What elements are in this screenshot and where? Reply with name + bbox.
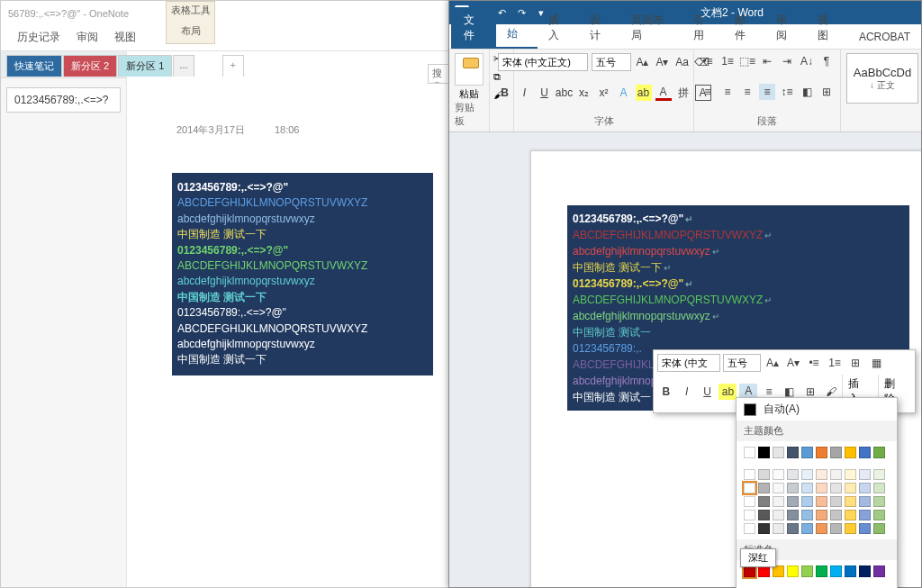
- color-swatch[interactable]: [816, 496, 827, 507]
- color-swatch[interactable]: [816, 447, 827, 458]
- color-swatch[interactable]: [773, 523, 784, 534]
- color-swatch[interactable]: [830, 523, 842, 534]
- color-swatch[interactable]: [816, 565, 827, 577]
- color-swatch[interactable]: [773, 510, 784, 520]
- italic-icon[interactable]: I: [517, 85, 533, 101]
- tab-layout[interactable]: 页面布局: [620, 7, 682, 49]
- section-tab-1[interactable]: 新分区 1: [118, 55, 172, 77]
- mini-shrink-icon[interactable]: A▾: [784, 355, 802, 371]
- onenote-content-block[interactable]: 0123456789:,.<=>?@" ABCDEFGHIJKLMNOPQRST…: [172, 173, 433, 375]
- tab-view[interactable]: 视图: [114, 30, 136, 45]
- tab-acrobat[interactable]: ACROBAT: [848, 25, 921, 49]
- color-swatch[interactable]: [873, 483, 885, 493]
- mini-table2-icon[interactable]: ▦: [867, 355, 885, 371]
- underline-icon[interactable]: U: [537, 85, 553, 101]
- color-swatch[interactable]: [744, 523, 755, 534]
- section-tab-add[interactable]: +: [222, 55, 244, 77]
- paste-label[interactable]: 粘贴: [459, 87, 479, 101]
- color-swatch[interactable]: [873, 469, 885, 480]
- mini-bullets-icon[interactable]: •≡: [805, 355, 823, 371]
- indent-dec-icon[interactable]: ⇤: [759, 53, 775, 69]
- grow-font-icon[interactable]: A▴: [635, 54, 651, 70]
- color-swatch[interactable]: [758, 469, 770, 480]
- mini-font-select[interactable]: 宋体 (中文: [657, 354, 720, 372]
- color-swatch[interactable]: [830, 483, 842, 493]
- color-swatch[interactable]: [859, 496, 871, 507]
- font-size-select[interactable]: 五号: [592, 53, 631, 71]
- section-tab-quick[interactable]: 快速笔记: [6, 55, 62, 77]
- color-swatch[interactable]: [845, 496, 856, 507]
- indent-inc-icon[interactable]: ⇥: [779, 53, 795, 69]
- numbering-icon[interactable]: 1≡: [719, 53, 736, 69]
- tab-insert[interactable]: 插入: [538, 7, 579, 49]
- line-spacing-icon[interactable]: ↕≡: [779, 84, 795, 100]
- align-center-icon[interactable]: ≡: [719, 84, 736, 100]
- highlight-icon[interactable]: ab: [636, 85, 652, 101]
- show-marks-icon[interactable]: ¶: [818, 53, 835, 69]
- color-swatch[interactable]: [859, 483, 871, 493]
- tab-ref[interactable]: 引用: [682, 7, 724, 49]
- borders-icon[interactable]: ⊞: [818, 84, 835, 100]
- font-color-icon[interactable]: A: [655, 85, 672, 101]
- color-swatch[interactable]: [830, 469, 842, 480]
- tab-home[interactable]: 开始: [496, 5, 538, 49]
- multilevel-icon[interactable]: ⬚≡: [739, 53, 755, 69]
- color-swatch[interactable]: [744, 510, 755, 520]
- color-swatch[interactable]: [859, 510, 871, 520]
- font-name-select[interactable]: 宋体 (中文正文): [498, 53, 588, 71]
- color-swatch[interactable]: [758, 496, 770, 507]
- color-swatch[interactable]: [773, 447, 784, 458]
- color-swatch[interactable]: [787, 565, 799, 577]
- color-swatch[interactable]: [873, 496, 885, 507]
- color-swatch[interactable]: [859, 565, 871, 577]
- section-tab-2[interactable]: 新分区 2: [63, 55, 117, 77]
- color-swatch[interactable]: [873, 523, 885, 534]
- change-case-icon[interactable]: Aa: [674, 54, 691, 70]
- color-swatch[interactable]: [845, 469, 856, 480]
- shrink-font-icon[interactable]: A▾: [655, 54, 671, 70]
- mini-italic-icon[interactable]: I: [678, 384, 696, 400]
- color-swatch[interactable]: [744, 496, 755, 507]
- bullets-icon[interactable]: •≡: [700, 53, 716, 69]
- color-swatch[interactable]: [758, 510, 770, 520]
- color-swatch[interactable]: [801, 510, 813, 520]
- paste-icon[interactable]: [455, 53, 484, 86]
- color-swatch[interactable]: [816, 469, 827, 480]
- color-swatch[interactable]: [873, 565, 885, 577]
- copy-icon[interactable]: ⧉: [493, 71, 510, 86]
- tab-view[interactable]: 视图: [807, 7, 848, 49]
- color-swatch[interactable]: [773, 483, 784, 493]
- color-swatch[interactable]: [859, 523, 871, 534]
- more-colors[interactable]: 🎨 他颜色(M)...: [737, 583, 897, 588]
- color-swatch[interactable]: [859, 447, 871, 458]
- mini-table-icon[interactable]: ⊞: [846, 355, 864, 371]
- color-swatch[interactable]: [744, 483, 755, 493]
- color-swatch[interactable]: [845, 523, 856, 534]
- mini-highlight-icon[interactable]: ab: [719, 384, 737, 400]
- color-swatch[interactable]: [830, 510, 842, 520]
- color-swatch[interactable]: [773, 496, 784, 507]
- tab-review[interactable]: 审阅: [765, 7, 807, 49]
- sort-icon[interactable]: A↓: [799, 53, 815, 69]
- color-swatch[interactable]: [758, 447, 770, 458]
- color-swatch[interactable]: [873, 447, 885, 458]
- table-tools-layout[interactable]: 布局: [167, 24, 214, 38]
- shading-icon[interactable]: ◧: [799, 84, 815, 100]
- color-swatch[interactable]: [773, 469, 784, 480]
- mini-grow-icon[interactable]: A▴: [764, 355, 782, 371]
- color-swatch[interactable]: [801, 496, 813, 507]
- color-swatch[interactable]: [830, 496, 842, 507]
- tab-mail[interactable]: 邮件: [724, 7, 765, 49]
- align-left-icon[interactable]: ≡: [700, 84, 716, 100]
- section-tab-more[interactable]: ...: [173, 55, 194, 77]
- color-swatch[interactable]: [845, 565, 856, 577]
- color-swatch[interactable]: [801, 483, 813, 493]
- color-swatch[interactable]: [758, 523, 770, 534]
- color-swatch[interactable]: [830, 565, 842, 577]
- page-list-item[interactable]: 0123456789:,.<=>?: [6, 87, 121, 113]
- color-swatch[interactable]: [816, 523, 827, 534]
- color-swatch[interactable]: [845, 447, 856, 458]
- tab-review[interactable]: 审阅: [77, 30, 98, 45]
- strike-icon[interactable]: abc: [556, 85, 573, 101]
- color-swatch[interactable]: [845, 510, 856, 520]
